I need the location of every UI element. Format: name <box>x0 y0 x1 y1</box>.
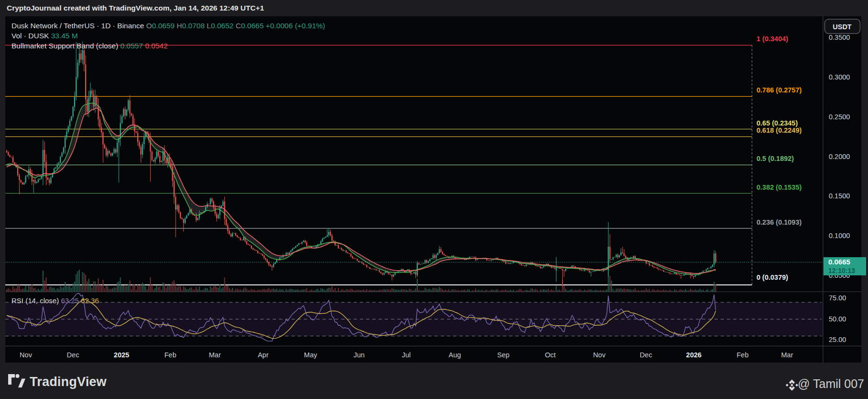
svg-text:Dec: Dec <box>67 351 79 359</box>
svg-text:0.5 (0.1892): 0.5 (0.1892) <box>757 155 794 162</box>
svg-text:0.382 (0.1535): 0.382 (0.1535) <box>757 183 801 191</box>
svg-text:Jun: Jun <box>354 351 365 359</box>
svg-text:75.00: 75.00 <box>829 294 846 302</box>
svg-text:Vol · DUSK 33.45 M: Vol · DUSK 33.45 M <box>11 32 78 40</box>
svg-text:May: May <box>304 351 317 359</box>
svg-text:Dec: Dec <box>640 351 652 359</box>
svg-text:0.3500: 0.3500 <box>829 34 850 41</box>
svg-text:0.786 (0.2757): 0.786 (0.2757) <box>757 86 801 94</box>
svg-text:Nov: Nov <box>20 351 33 359</box>
svg-text:0.236 (0.1093): 0.236 (0.1093) <box>757 218 801 226</box>
svg-text:0.3000: 0.3000 <box>829 73 850 81</box>
svg-text:Feb: Feb <box>165 351 177 359</box>
svg-text:0.1500: 0.1500 <box>829 192 850 200</box>
svg-text:50.00: 50.00 <box>829 315 846 323</box>
svg-text:Feb: Feb <box>737 351 749 359</box>
svg-text:0.65 (0.2345): 0.65 (0.2345) <box>757 119 798 127</box>
svg-text:Bullmarket Support Band (close: Bullmarket Support Band (close) 0.0557 0… <box>11 42 168 50</box>
svg-text:2026: 2026 <box>686 351 701 359</box>
svg-text:0.0665: 0.0665 <box>828 258 850 266</box>
svg-text:Mar: Mar <box>781 351 793 359</box>
svg-text:2025: 2025 <box>114 351 129 359</box>
svg-text:USDT: USDT <box>833 23 852 31</box>
svg-text:0 (0.0379): 0 (0.0379) <box>757 274 788 281</box>
svg-text:1 (0.3404): 1 (0.3404) <box>757 35 788 43</box>
svg-text:0.2500: 0.2500 <box>829 113 850 121</box>
svg-text:Nov: Nov <box>593 351 606 359</box>
svg-text:0.2000: 0.2000 <box>829 153 850 160</box>
svg-text:25.00: 25.00 <box>829 336 846 343</box>
svg-text:0.1000: 0.1000 <box>829 232 850 239</box>
svg-text:0.618 (0.2249): 0.618 (0.2249) <box>757 126 801 134</box>
svg-text:Jul: Jul <box>402 351 411 359</box>
svg-text:Mar: Mar <box>209 351 221 359</box>
svg-text:12:10:13: 12:10:13 <box>828 267 855 274</box>
svg-text:Oct: Oct <box>545 351 556 359</box>
svg-text:Sep: Sep <box>497 351 510 359</box>
svg-text:RSI (14, close) 63.25 62.36: RSI (14, close) 63.25 62.36 <box>11 296 99 305</box>
svg-text:Aug: Aug <box>449 351 461 359</box>
svg-text:Dusk Network / TetherUS · 1D ·: Dusk Network / TetherUS · 1D · Binance O… <box>11 22 325 30</box>
svg-text:Apr: Apr <box>258 351 269 359</box>
